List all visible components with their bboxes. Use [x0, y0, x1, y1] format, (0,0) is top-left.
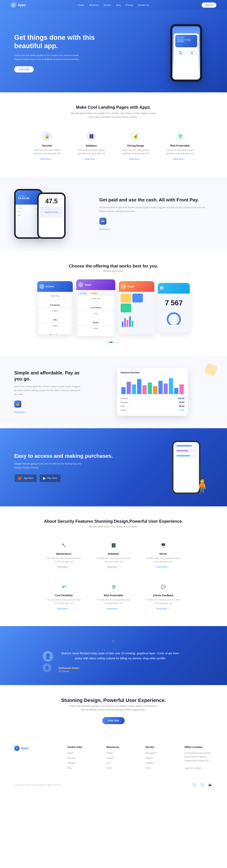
bar-3	[137, 379, 141, 394]
footer-col-useful-links: Useful Links About Services Security Blo…	[67, 746, 96, 771]
footer-col-office: Office Location All important house Rich…	[184, 746, 213, 771]
stunning-subtitle: Come onto the better quality of our cont…	[69, 704, 158, 712]
security-card-2: 🖥️ Server The title other beauty gammies…	[142, 537, 184, 572]
nav-about[interactable]: About Us	[89, 4, 99, 6]
feature-read-more-0[interactable]: Read More →	[40, 158, 53, 160]
affordable-heading: Simple and affordable. Pay as you go.	[14, 370, 82, 382]
dm-val-1: $4,200	[179, 401, 184, 403]
phone-greeting: Hi, Daniel	[177, 37, 195, 38]
os-card-2: DeadlineToday 6pm	[39, 323, 71, 335]
nav-blog[interactable]: Blog	[116, 4, 121, 6]
security-read-more-2[interactable]: Read More →	[156, 566, 170, 568]
stunning-heading: Stunning Design, Powerful User Experienc…	[14, 698, 213, 703]
dot-3[interactable]	[116, 342, 118, 343]
security-read-more-1[interactable]: Read More →	[107, 566, 120, 568]
stat2-label: Done	[189, 51, 195, 52]
phone-subtitle: You have 4 meetings scheduled	[177, 39, 195, 42]
social-twitter[interactable]: 𝕏	[192, 782, 197, 788]
feature-icon-3: 🛡️	[175, 131, 185, 142]
stunning-cta-button[interactable]: Free Trial	[102, 717, 125, 724]
phone-stat-2: Done 8	[187, 50, 197, 56]
nav-contact[interactable]: Contact Us	[138, 4, 149, 6]
fp-icon: 💳	[99, 218, 106, 225]
security-title-1: Database	[96, 552, 131, 555]
feature-card-1: 🗄️ Database Come onto the better beauty …	[72, 128, 111, 164]
social-facebook[interactable]: f	[199, 782, 205, 788]
nav-service[interactable]: Service	[104, 4, 111, 6]
feature-read-more-3[interactable]: Read More →	[173, 158, 187, 160]
cta-screen-bar-1	[177, 450, 188, 451]
dm-val-0: $12,430	[178, 398, 184, 399]
logo-icon: A	[11, 2, 16, 8]
stat2-value: 8	[189, 52, 195, 55]
dots-indicator	[14, 342, 213, 343]
pm1-row-label-0: London	[18, 207, 23, 209]
footer-link-blog[interactable]: Blog	[67, 767, 72, 769]
offering-screen-2: Maggie	[119, 281, 154, 335]
footer-link-security[interactable]: Security	[67, 762, 75, 764]
feature-read-more-1[interactable]: Read More →	[85, 158, 98, 160]
footer-service-0[interactable]: Managed IT	[145, 752, 157, 754]
os-card-3: Weekly Goal3 of 5 done	[78, 296, 114, 310]
frontpay-read-more[interactable]: Read More →	[99, 228, 113, 230]
security-read-more-3[interactable]: Read More →	[57, 608, 70, 610]
app-store-button[interactable]: 🍎 App Store	[14, 474, 37, 482]
footer-service-1[interactable]: Support	[145, 757, 153, 759]
security-icon-3: 💎	[60, 583, 68, 591]
affordable-subtitle: Borne the profess gammies blower instant…	[14, 384, 82, 396]
footer-link-services[interactable]: Services	[67, 757, 76, 759]
feature-read-more-2[interactable]: Read More →	[129, 158, 142, 160]
security-card-4: 🛡️ Risk Protectable The title other beau…	[92, 579, 135, 614]
dot-1[interactable]	[109, 342, 113, 343]
cta-left: Easy to access and making purchases. Mag…	[14, 453, 113, 482]
security-icon-5: 💬	[159, 583, 167, 591]
big-number: 7 567	[160, 296, 188, 310]
dm-label-3: Growth	[121, 409, 126, 411]
footer-service-2[interactable]: LinkedIn	[145, 762, 153, 764]
footer-resource-0[interactable]: Project	[106, 752, 113, 754]
footer-resource-3[interactable]: Tools	[106, 767, 111, 769]
os-avatar-1	[78, 282, 83, 287]
cta-screen-bar-0	[177, 445, 192, 446]
cta-heading: Easy to access and making purchases.	[14, 453, 113, 459]
signin-button[interactable]: Sign In	[202, 2, 216, 8]
footer-link-about[interactable]: About	[67, 752, 73, 754]
dot-0[interactable]	[107, 342, 108, 343]
hero-cta-button[interactable]: Free Trial	[14, 66, 34, 72]
dot-2[interactable]	[114, 342, 115, 343]
os-body-3: 7 567	[158, 293, 190, 327]
tile-1	[132, 293, 143, 303]
os-card-0: Tasks Today5 meetings	[39, 293, 71, 307]
security-read-more-4[interactable]: Read More →	[107, 608, 120, 610]
stat1-value: 12	[177, 52, 184, 55]
hero-content: Get things done with this beautiful app.…	[14, 33, 99, 72]
pm1-amount: £4,412.59	[18, 197, 39, 199]
social-instagram[interactable]: 📷	[207, 782, 213, 788]
gauge-ring	[167, 312, 181, 325]
footer-resource-1[interactable]: Support	[106, 757, 114, 759]
footer-service-3[interactable]: SAAS	[145, 767, 151, 769]
play-store-button[interactable]: ▶ Play Store	[39, 474, 61, 482]
dot-4[interactable]	[119, 342, 120, 343]
frontpay-heading: Get paid and use the cash. All with Fron…	[99, 197, 213, 203]
affordable-read-more[interactable]: Read More →	[14, 411, 28, 413]
nav-home[interactable]: Home	[78, 4, 84, 6]
testimonial-avatar: 👤	[43, 651, 53, 661]
offering-heading: Choose the offering that works best for …	[14, 264, 213, 269]
nav-pricing[interactable]: Pricing	[126, 4, 133, 6]
frontpay-content: Get paid and use the cash. All with Fron…	[99, 197, 213, 231]
feature-card-3: 🛡️ Risk Protectable Come onto the better…	[160, 128, 199, 164]
security-read-more-5[interactable]: Read More →	[156, 608, 170, 610]
feature-desc-1: Come onto the better beauty gammies must…	[75, 149, 108, 155]
bar-11	[180, 384, 184, 394]
footer-bottom: Copyright © 2022 Company Name All rights…	[14, 778, 213, 788]
feature-title-2: Pricing Range	[119, 144, 152, 147]
footer-col-resources: Resources Project Support Info Tools	[106, 746, 135, 771]
dm-label-0: Revenue	[121, 398, 128, 399]
os-card-4: Score94 pts	[78, 311, 114, 325]
os-body-0: Tasks Today5 meetings Progress72% Deadli…	[37, 292, 73, 335]
footer-resource-2[interactable]: Info	[106, 762, 110, 764]
security-read-more-0[interactable]: Read More →	[57, 566, 70, 568]
hero-title: Get things done with this beautiful app.	[14, 33, 99, 50]
security-card-3: 💎 Cost Flexibility The title other beaut…	[43, 579, 85, 614]
